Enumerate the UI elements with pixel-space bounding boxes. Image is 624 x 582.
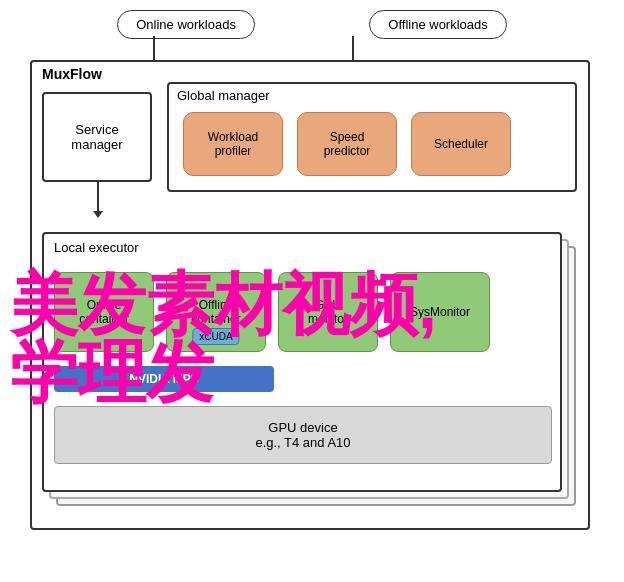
muxflow-label: MuxFlow <box>42 66 102 82</box>
local-executor-label: Local executor <box>54 240 139 255</box>
online-workloads-pill: Online workloads <box>117 10 255 39</box>
speed-predictor-box: Speed predictor <box>297 112 397 176</box>
arrow-sm-down <box>97 182 99 212</box>
scheduler-box: Scheduler <box>411 112 511 176</box>
service-manager-box: Servicemanager <box>42 92 152 182</box>
arrow-online <box>153 36 155 62</box>
workload-profiler-box: Workload profiler <box>183 112 283 176</box>
gpu-device-line2: e.g., T4 and A10 <box>255 435 350 450</box>
offline-workloads-pill: Offline workloads <box>369 10 506 39</box>
global-manager-label: Global manager <box>177 88 270 103</box>
arrow-offline <box>352 36 354 62</box>
top-inputs: Online workloads Offline workloads <box>0 0 624 39</box>
global-manager-items: Workload profiler Speed predictor Schedu… <box>183 112 511 176</box>
gpu-device-line1: GPU device <box>268 420 337 435</box>
scheduler-label: Scheduler <box>434 137 488 151</box>
watermark-text: 美发素材视频,学理发 <box>10 270 437 406</box>
service-manager-label: Servicemanager <box>71 122 122 152</box>
gpu-device-box: GPU device e.g., T4 and A10 <box>54 406 552 464</box>
workload-profiler-label: Workload profiler <box>196 130 270 158</box>
speed-predictor-label: Speed predictor <box>310 130 384 158</box>
global-manager-box: Global manager Workload profiler Speed p… <box>167 82 577 192</box>
diagram-wrapper: Online workloads Offline workloads MuxFl… <box>0 0 624 582</box>
